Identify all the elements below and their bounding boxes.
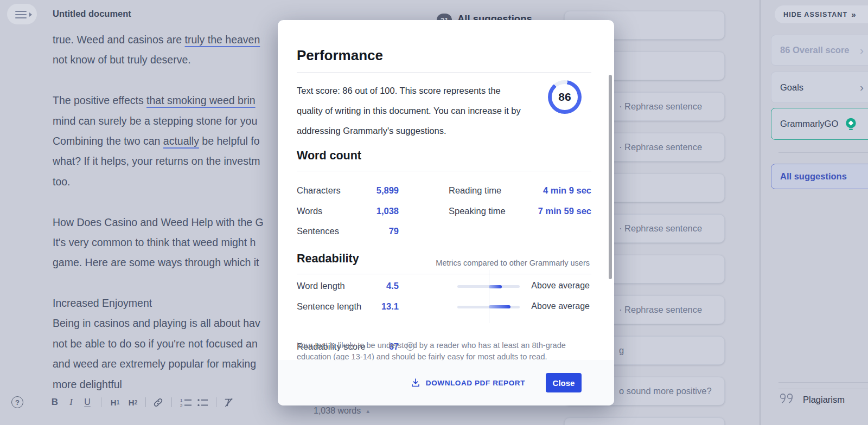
- stat-row: Sentences79: [297, 221, 399, 242]
- lightbulb-icon: [845, 118, 857, 133]
- toolbar-separator: [101, 397, 101, 407]
- sidebar-separator: [778, 389, 868, 389]
- double-chevron-right-icon: »: [851, 10, 854, 19]
- download-pdf-button[interactable]: DOWNLOAD PDF REPORT: [411, 378, 525, 388]
- document-line: game. Here are some ways through which i…: [53, 253, 278, 273]
- clear-formatting-button[interactable]: [223, 396, 234, 409]
- document-title: Untitled document: [53, 9, 131, 19]
- sidebar-item-all-suggestions[interactable]: All suggestions: [771, 164, 868, 189]
- document-line: How Does Casino and Weed Help with the G: [53, 212, 278, 233]
- document-line: Combining the two can actually be helpfu…: [53, 131, 278, 151]
- caret-up-icon: ▲: [365, 408, 371, 414]
- menu-button[interactable]: [7, 4, 37, 24]
- score-ring: 86: [548, 80, 582, 114]
- stat-value: 79: [389, 226, 399, 236]
- grammarly-app: Untitled document true. Weed and casinos…: [0, 0, 868, 425]
- document-line: not know of but truly deserve.: [53, 50, 278, 70]
- stat-label: Reading time: [449, 185, 501, 196]
- modal-footer: DOWNLOAD PDF REPORT Close: [278, 360, 614, 405]
- readability-value: 13.1: [297, 301, 399, 312]
- sidebar-item-grammarlygo[interactable]: GrammarlyGO: [771, 108, 868, 140]
- score-description: Text score: 86 out of 100. This score re…: [297, 81, 527, 141]
- heading1-button[interactable]: H1: [109, 396, 121, 409]
- underline-button[interactable]: U: [83, 396, 92, 409]
- stat-value: 7 min 59 sec: [538, 206, 591, 216]
- word-count-stats-right: Reading time4 min 9 secSpeaking time7 mi…: [449, 181, 591, 221]
- divider: [297, 171, 591, 171]
- stat-row: Reading time4 min 9 sec: [449, 181, 591, 201]
- readability-row: Sentence length13.1Above average: [278, 297, 614, 318]
- stat-value: 1,038: [376, 206, 399, 216]
- document-line: more delightful: [53, 375, 278, 395]
- document-line: and weed are extremely popular for makin…: [53, 354, 278, 374]
- bold-button[interactable]: B: [50, 396, 60, 409]
- divider: [297, 72, 591, 73]
- sidebar-item-goals[interactable]: Goals ›: [771, 72, 868, 103]
- hamburger-icon: [15, 11, 27, 12]
- toolbar-separator: [145, 397, 146, 407]
- sidebar-item-overall-score[interactable]: 86 Overall score ›: [771, 35, 868, 66]
- stat-value: 4 min 9 sec: [543, 185, 591, 196]
- document-line: [53, 192, 278, 212]
- word-count-toggle[interactable]: 1,038 words ▲: [314, 406, 371, 416]
- document-line: what? If it helps, your returns on the i…: [53, 151, 278, 171]
- readability-status: Above average: [531, 301, 590, 311]
- readability-row: Word length4.5Above average: [278, 276, 614, 297]
- quotes-icon: [780, 392, 796, 407]
- stat-row: Words1,038: [297, 201, 399, 222]
- stat-row: Characters5,899: [297, 181, 399, 201]
- sidebar-separator: [778, 382, 868, 383]
- help-button[interactable]: ?: [11, 396, 23, 408]
- link-icon: [153, 397, 163, 408]
- readability-status: Above average: [531, 281, 590, 291]
- suggestion-underline[interactable]: actually: [163, 135, 199, 147]
- bar-fill: [489, 285, 502, 288]
- document-line: too.: [53, 172, 278, 192]
- word-count-heading: Word count: [297, 149, 361, 163]
- stat-row: Speaking time7 min 59 sec: [449, 201, 591, 222]
- document-line: [53, 70, 278, 91]
- document-line: [53, 273, 278, 293]
- document-line: It's very common to think that weed migh…: [53, 233, 278, 253]
- download-icon: [411, 378, 420, 388]
- suggestion-underline[interactable]: that smoking weed brin: [146, 94, 256, 106]
- document-line: The positive effects that smoking weed b…: [53, 91, 278, 111]
- stat-label: Characters: [297, 185, 341, 196]
- suggestion-underline[interactable]: truly the heaven: [185, 34, 260, 46]
- toolbar-separator: [216, 397, 216, 407]
- bullet-list-button[interactable]: [197, 396, 208, 409]
- ordered-list-button[interactable]: 1 2: [180, 396, 192, 409]
- italic-button[interactable]: I: [67, 396, 75, 409]
- document-line: Being in casinos and playing is all abou…: [53, 313, 278, 333]
- sidebar-divider: [760, 0, 761, 425]
- word-count-stats-left: Characters5,899Words1,038Sentences79: [297, 181, 399, 242]
- toolbar-separator: [171, 397, 172, 407]
- link-button[interactable]: [152, 396, 163, 409]
- suggestion-card[interactable]: [564, 417, 725, 425]
- modal-title: Performance: [297, 47, 383, 64]
- score-value: 86: [552, 84, 578, 110]
- svg-text:1: 1: [180, 398, 183, 403]
- sidebar-item-plagiarism[interactable]: Plagiarism: [780, 392, 845, 407]
- close-button[interactable]: Close: [546, 373, 582, 392]
- arrow-right-icon: [29, 12, 32, 17]
- document-line: not be able to do so if you're not focus…: [53, 334, 278, 354]
- heading2-button[interactable]: H2: [127, 396, 139, 409]
- performance-modal: Performance Text score: 86 out of 100. T…: [278, 20, 614, 405]
- modal-scrollbar[interactable]: [609, 75, 612, 279]
- ordered-list-icon: 1 2: [180, 398, 192, 407]
- svg-text:2: 2: [180, 403, 183, 407]
- document-text[interactable]: true. Weed and casinos are truly the hea…: [53, 30, 278, 396]
- stat-label: Speaking time: [449, 206, 506, 216]
- clear-formatting-icon: [224, 397, 234, 408]
- sidebar-separator: [778, 152, 868, 153]
- bullet-list-icon: [197, 398, 208, 407]
- readability-heading: Readability: [297, 252, 359, 266]
- document-line: Increased Enjoyment: [53, 293, 278, 313]
- document-line: mind can surely be a stepping stone for …: [53, 111, 278, 131]
- hide-assistant-button[interactable]: HIDE ASSISTANT »: [775, 5, 868, 23]
- readability-rows: Word length4.5Above averageSentence leng…: [278, 276, 614, 317]
- comparison-bar: [457, 285, 520, 288]
- readability-value: 4.5: [297, 281, 399, 291]
- readability-subtitle: Metrics compared to other Grammarly user…: [436, 259, 590, 267]
